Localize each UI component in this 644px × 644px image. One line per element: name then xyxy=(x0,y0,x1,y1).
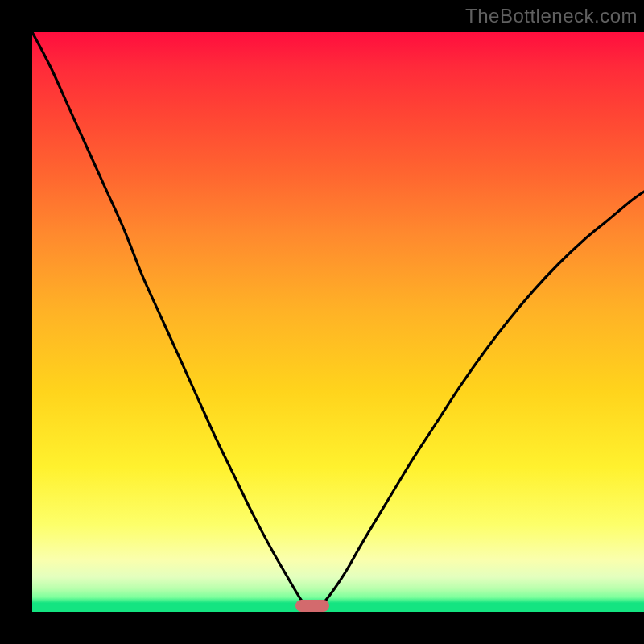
chart-plot-area xyxy=(32,32,644,612)
optimal-range-marker xyxy=(295,600,330,612)
watermark-text: TheBottleneck.com xyxy=(465,5,638,27)
bottleneck-curve xyxy=(32,32,644,612)
